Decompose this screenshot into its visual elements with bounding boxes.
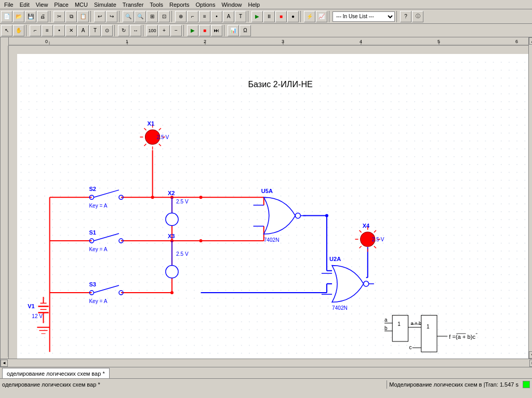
svg-text:7402N: 7402N [332,305,348,311]
svg-text:a + b: a + b [411,321,421,326]
svg-text:a: a [384,317,388,323]
run-analysis[interactable]: ▶ [187,25,198,36]
junction-tool[interactable]: • [54,25,65,36]
sep10 [114,25,116,36]
sep4 [171,11,174,22]
analysis-button[interactable]: ⚡ [304,11,315,22]
bus-button[interactable]: ≡ [199,11,210,22]
sep5 [248,11,250,22]
menu-reports[interactable]: Reports [166,1,193,8]
bus-tool[interactable]: ≡ [42,25,53,36]
svg-text:X3: X3 [168,233,175,239]
info-button[interactable]: ⓘ [412,11,423,22]
toolbar2: ↖ ✋ ⌐ ≡ • ✕ A T ⊙ ↻ ↔ 100 + − ▶ ■ ⏭ 📊 Ω [0,24,532,37]
sep13 [224,25,226,36]
label-button[interactable]: A [223,11,234,22]
help-button[interactable]: ? [400,11,411,22]
scroll-up-button[interactable]: ▲ [529,37,532,45]
print-button[interactable]: 🖨 [37,11,48,22]
svg-text:S3: S3 [89,281,96,287]
svg-text:b: b [384,325,388,331]
cut-button[interactable]: ✂ [54,11,65,22]
menu-window[interactable]: Window [218,1,245,8]
zoom-fit-button[interactable]: ⊞ [147,11,158,22]
svg-text:S1: S1 [89,229,96,236]
menu-place[interactable]: Place [51,1,72,8]
copy-button[interactable]: ⧉ [65,11,77,22]
menu-view[interactable]: View [33,1,51,8]
step-analysis[interactable]: ⏭ [211,25,222,36]
zoom-in-button[interactable]: 🔍 [123,11,134,22]
wire-tool[interactable]: ⌐ [30,25,41,36]
svg-text:7402N: 7402N [264,237,280,243]
svg-text:1: 1 [397,321,401,327]
undo-button[interactable]: ↩ [94,11,105,22]
pointer-tool[interactable]: ↖ [1,25,12,36]
menu-file[interactable]: File [1,1,17,8]
zoomin2-tool[interactable]: + [158,25,170,36]
svg-text:U5A: U5A [261,188,273,194]
svg-point-46 [200,239,203,242]
simulate-stop[interactable]: ■ [275,11,287,22]
schematic-title: Базис 2-ИЛИ-НЕ [248,79,313,89]
simulate-pause[interactable]: ⏸ [263,11,275,22]
svg-point-48 [325,214,328,217]
svg-text:3: 3 [282,39,284,44]
paste-button[interactable]: 📋 [77,11,89,22]
scroll-track-v[interactable] [529,45,532,351]
hand-tool[interactable]: ✋ [13,25,24,36]
new-button[interactable]: 📄 [1,11,12,22]
svg-text:X1: X1 [148,120,155,127]
flip-tool[interactable]: ↔ [130,25,141,36]
schematic-canvas[interactable]: Базис 2-ИЛИ-НЕ [17,54,528,359]
menu-mcu[interactable]: MCU [72,1,91,8]
tab-schematic[interactable]: оделирование логических схем вар * [2,368,110,378]
scroll-right-button[interactable]: ► [529,360,532,367]
inuse-dropdown[interactable]: --- In Use List --- [332,11,395,22]
svg-point-47 [151,196,154,199]
rotate-tool[interactable]: ↻ [118,25,129,36]
svg-point-96 [295,213,300,218]
menu-options[interactable]: Options [193,1,219,8]
sep11 [143,25,145,36]
zoomout2-tool[interactable]: − [170,25,182,36]
noconnect-tool[interactable]: ✕ [65,25,77,36]
simulate-step[interactable]: ● [287,11,299,22]
junction-button[interactable]: • [211,11,222,22]
sep3 [119,11,121,22]
text-button[interactable]: T [235,11,246,22]
svg-text:12 V: 12 V [32,313,43,319]
menu-edit[interactable]: Edit [17,1,33,8]
zoom-out-button[interactable]: 🔍 [135,11,146,22]
sep6 [300,11,302,22]
ruler-horizontal: 0 1 2 3 4 5 6 [9,37,528,46]
svg-rect-117 [392,315,408,342]
hscroll-row: ◄ ► [1,359,532,367]
scroll-left-button[interactable]: ◄ [1,360,8,367]
wire-button[interactable]: ⌐ [187,11,198,22]
menu-simulate[interactable]: Simulate [91,1,119,8]
zoom100-tool[interactable]: 100 [147,25,158,36]
zoom-area-button[interactable]: ⊡ [158,11,170,22]
save-button[interactable]: 💾 [25,11,36,22]
menu-tools[interactable]: Tools [147,1,166,8]
label-tool[interactable]: A [77,25,89,36]
tab-label: оделирование логических схем вар * [7,370,105,377]
component-button[interactable]: ⊕ [175,11,187,22]
redo-button[interactable]: ↪ [106,11,117,22]
probe-tool[interactable]: ⊙ [101,25,113,36]
digital-tool[interactable]: Ω [240,25,251,36]
open-button[interactable]: 📂 [13,11,24,22]
menu-help[interactable]: Help [245,1,263,8]
svg-text:X4: X4 [363,223,370,229]
svg-text:Key = A: Key = A [89,203,107,209]
scroll-down-button[interactable]: ▼ [529,351,532,359]
postprocess-tool[interactable]: 📊 [228,25,239,36]
stop-analysis[interactable]: ■ [199,25,210,36]
grapher-button[interactable]: 📈 [316,11,327,22]
vertical-scrollbar: ▲ ▼ [528,37,532,359]
menu-transfer[interactable]: Transfer [119,1,147,8]
simulate-run[interactable]: ▶ [251,11,263,22]
sep7 [329,11,331,22]
text-tool[interactable]: T [89,25,101,36]
